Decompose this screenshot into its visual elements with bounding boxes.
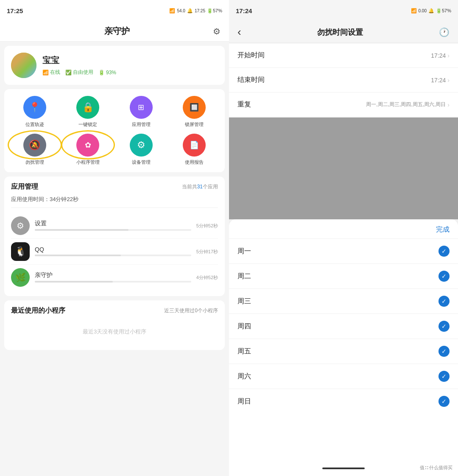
qq-bar xyxy=(35,255,121,256)
wifi-icon: 📶 xyxy=(42,70,49,76)
battery-icon: 🔋 xyxy=(98,70,105,76)
action-location-label: 位置轨迹 xyxy=(25,121,44,128)
history-icon[interactable]: 🕐 xyxy=(439,27,450,37)
qq-app-name: QQ xyxy=(35,246,191,253)
app-qinshouhu-item[interactable]: 🌿 亲守护 4分钟52秒 xyxy=(11,265,218,290)
chevron-right-icon-3: › xyxy=(447,101,450,108)
mini-programs-empty: 最近3天没有使用过小程序 xyxy=(11,319,218,344)
action-dnd[interactable]: 🔕 勿扰管理 xyxy=(11,134,59,165)
left-header-title: 亲守护 xyxy=(21,25,213,37)
left-header: 亲守护 ⚙ xyxy=(0,21,229,42)
day-tuesday[interactable]: 周二 ✓ xyxy=(229,264,458,289)
left-status-bar: 17:25 📶 54.0 🔔 17:25 🔋57% xyxy=(0,0,229,21)
action-usage-report[interactable]: 📄 使用报告 xyxy=(171,134,218,165)
repeat-label: 重复 xyxy=(237,100,251,109)
sunday-check: ✓ xyxy=(438,396,450,407)
day-friday[interactable]: 周五 ✓ xyxy=(229,339,458,364)
left-time: 17:25 xyxy=(7,7,23,14)
device-mgmt-icon: ⚙ xyxy=(130,134,153,157)
end-time-label: 结束时间 xyxy=(237,76,265,84)
usage-report-icon: 📄 xyxy=(183,134,206,157)
right-status-icons: 📶 0.00 🔔 🔋57% xyxy=(411,8,452,14)
action-device-mgmt-label: 设备管理 xyxy=(132,159,151,165)
qinshouhu-app-name: 亲守护 xyxy=(35,272,191,279)
sheet-header: 完成 xyxy=(229,219,458,239)
repeat-value: 周一,周二,周三,周四,周五,周六,周日 › xyxy=(366,101,450,108)
repeat-row[interactable]: 重复 周一,周二,周三,周四,周五,周六,周日 › xyxy=(229,92,458,117)
settings-app-name: 设置 xyxy=(35,220,191,227)
app-settings-item[interactable]: ⚙ 设置 5分钟52秒 xyxy=(11,213,218,239)
action-usage-report-label: 使用报告 xyxy=(185,159,204,165)
day-thursday[interactable]: 周四 ✓ xyxy=(229,314,458,339)
gray-area xyxy=(229,118,458,219)
action-location[interactable]: 📍 位置轨迹 xyxy=(11,96,59,128)
right-panel: 17:24 📶 0.00 🔔 🔋57% ‹ 勿扰时间设置 🕐 开始时间 17:2… xyxy=(229,0,458,476)
profile-info: 宝宝 📶 在线 ✅ 自由使用 🔋 93% xyxy=(42,55,116,76)
settings-app-info: 设置 xyxy=(35,220,191,232)
end-time-row[interactable]: 结束时间 17:24 › xyxy=(229,68,458,92)
thursday-label: 周四 xyxy=(237,322,251,331)
action-app-mgmt-label: 应用管理 xyxy=(132,121,151,128)
mode-status: ✅ 自由使用 xyxy=(65,69,93,76)
qq-app-time: 5分钟17秒 xyxy=(196,249,218,255)
monday-check: ✓ xyxy=(438,246,450,257)
left-status-icons: 📶 54.0 🔔 17:25 🔋57% xyxy=(169,8,222,14)
mini-programs-meta: 近三天使用过0个小程序 xyxy=(164,307,218,314)
day-wednesday[interactable]: 周三 ✓ xyxy=(229,289,458,314)
back-button[interactable]: ‹ xyxy=(237,25,241,39)
profile-card: 宝宝 📶 在线 ✅ 自由使用 🔋 93% xyxy=(4,46,225,85)
app-qq-item[interactable]: 🐧 QQ 5分钟17秒 xyxy=(11,239,218,265)
day-saturday[interactable]: 周六 ✓ xyxy=(229,364,458,389)
done-button[interactable]: 完成 xyxy=(436,225,450,234)
chevron-right-icon-2: › xyxy=(447,77,450,84)
end-time-value: 17:24 › xyxy=(431,77,450,84)
action-screen-lock[interactable]: 🔲 锁屏管理 xyxy=(171,96,218,128)
avatar-image xyxy=(11,53,36,78)
app-total: 当前共31个应用 xyxy=(182,183,218,190)
settings-section: 开始时间 17:24 › 结束时间 17:24 › 重复 周一,周二,周三,周四… xyxy=(229,43,458,117)
settings-app-time: 5分钟52秒 xyxy=(196,223,218,229)
sunday-label: 周日 xyxy=(237,397,251,406)
settings-bar-container xyxy=(35,229,191,231)
wednesday-label: 周三 xyxy=(237,297,251,306)
avatar xyxy=(11,53,36,78)
start-time-label: 开始时间 xyxy=(237,51,265,60)
settings-sliders-icon[interactable]: ⚙ xyxy=(213,26,221,36)
start-time-row[interactable]: 开始时间 17:24 › xyxy=(229,43,458,68)
day-picker-sheet: 完成 周一 ✓ 周二 ✓ 周三 ✓ 周四 ✓ 周五 ✓ xyxy=(229,219,458,461)
screen-lock-icon: 🔲 xyxy=(183,96,206,119)
app-section-title: 应用管理 xyxy=(11,182,38,191)
action-device-mgmt[interactable]: ⚙ 设备管理 xyxy=(117,134,165,165)
right-header-title: 勿扰时间设置 xyxy=(241,27,439,37)
profile-name: 宝宝 xyxy=(42,55,116,66)
action-lock[interactable]: 🔒 一键锁定 xyxy=(64,96,112,128)
monday-label: 周一 xyxy=(237,247,251,256)
chevron-right-icon: › xyxy=(447,52,450,59)
thursday-check: ✓ xyxy=(438,321,450,332)
wednesday-check: ✓ xyxy=(438,296,450,307)
action-mini-programs[interactable]: ✿ 小程序管理 xyxy=(64,134,112,165)
app-section-header: 应用管理 当前共31个应用 xyxy=(11,182,218,191)
day-sunday[interactable]: 周日 ✓ xyxy=(229,389,458,414)
settings-app-icon: ⚙ xyxy=(11,216,30,235)
day-monday[interactable]: 周一 ✓ xyxy=(229,239,458,264)
action-screen-lock-label: 锁屏管理 xyxy=(185,121,204,128)
qinshouhu-bar-container xyxy=(35,281,191,283)
mini-programs-header: 最近使用的小程序 近三天使用过0个小程序 xyxy=(11,306,218,315)
action-mini-programs-label: 小程序管理 xyxy=(76,159,100,165)
settings-bar xyxy=(35,229,128,231)
qq-app-icon: 🐧 xyxy=(11,242,30,261)
mini-programs-icon: ✿ xyxy=(76,134,99,157)
home-indicator xyxy=(322,468,365,469)
action-app-mgmt[interactable]: ⊞ 应用管理 xyxy=(117,96,165,128)
day-list: 周一 ✓ 周二 ✓ 周三 ✓ 周四 ✓ 周五 ✓ 周六 ✓ xyxy=(229,239,458,414)
location-icon: 📍 xyxy=(23,96,46,119)
friday-label: 周五 xyxy=(237,347,251,356)
dnd-icon: 🔕 xyxy=(23,134,46,157)
actions-grid: 📍 位置轨迹 🔒 一键锁定 ⊞ 应用管理 🔲 锁屏管理 🔕 勿扰管理 xyxy=(11,96,218,165)
action-lock-label: 一键锁定 xyxy=(78,121,97,128)
app-management-section: 应用管理 当前共31个应用 应用使用时间：34分钟22秒 ⚙ 设置 5分钟52秒… xyxy=(4,176,225,296)
qq-app-info: QQ xyxy=(35,246,191,258)
battery-status: 🔋 93% xyxy=(98,70,116,76)
wifi-status: 📶 在线 xyxy=(42,69,60,76)
